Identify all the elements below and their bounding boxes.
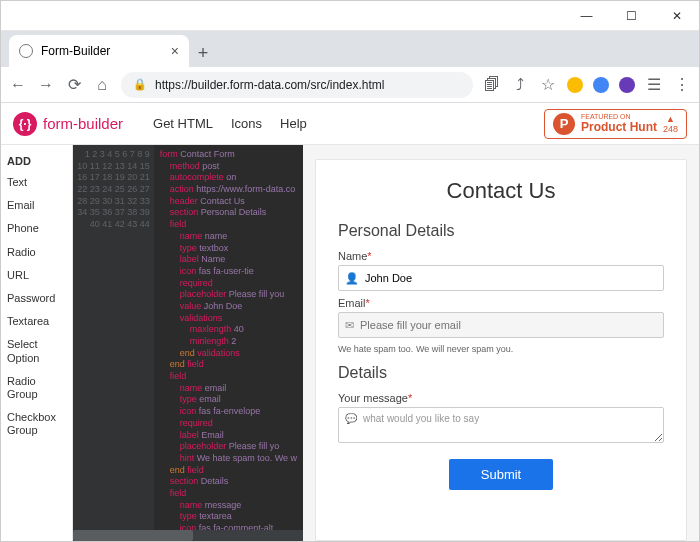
email-label: Email: [338, 297, 366, 309]
browser-tabstrip: Form-Builder × +: [1, 31, 699, 67]
sidebar-item-checkboxgroup[interactable]: Checkbox Group: [5, 406, 68, 442]
app-topbar: {·} form-builder Get HTML Icons Help P F…: [1, 103, 699, 145]
window-maximize[interactable]: ☐: [609, 1, 654, 31]
required-marker: *: [367, 250, 371, 262]
sidebar-item-textarea[interactable]: Textarea: [5, 310, 68, 333]
browser-toolbar: ← → ⟳ ⌂ 🔒 https://builder.form-data.com/…: [1, 67, 699, 103]
address-bar[interactable]: 🔒 https://builder.form-data.com/src/inde…: [121, 72, 473, 98]
window-minimize[interactable]: —: [564, 1, 609, 31]
name-label: Name: [338, 250, 367, 262]
product-hunt-icon: P: [553, 113, 575, 135]
app-logo[interactable]: {·} form-builder: [13, 112, 123, 136]
message-label: Your message: [338, 392, 408, 404]
new-tab-button[interactable]: +: [189, 39, 217, 67]
add-sidebar: ADD Text Email Phone Radio URL Password …: [1, 145, 73, 541]
sidebar-item-select[interactable]: Select Option: [5, 333, 68, 369]
browser-tab[interactable]: Form-Builder ×: [9, 35, 189, 67]
window-titlebar: — ☐ ✕: [1, 1, 699, 31]
required-marker: *: [408, 392, 412, 404]
section-details: Details: [338, 364, 664, 382]
user-icon: 👤: [345, 272, 359, 285]
star-icon[interactable]: ☆: [539, 76, 557, 94]
name-input[interactable]: [365, 272, 657, 284]
forward-icon[interactable]: →: [37, 76, 55, 94]
code-content[interactable]: form Contact Form method post autocomple…: [154, 145, 303, 541]
message-textarea[interactable]: 💬 what would you like to say: [338, 407, 664, 443]
email-input-row[interactable]: ✉: [338, 312, 664, 338]
sidebar-item-url[interactable]: URL: [5, 264, 68, 287]
form-header: Contact Us: [338, 178, 664, 204]
sidebar-item-radiogroup[interactable]: Radio Group: [5, 370, 68, 406]
product-hunt-badge[interactable]: P FEATURED ON Product Hunt ▲248: [544, 109, 687, 139]
extension-icon[interactable]: ☰: [645, 76, 663, 94]
message-placeholder: what would you like to say: [363, 413, 479, 437]
reload-icon[interactable]: ⟳: [65, 76, 83, 94]
translate-icon[interactable]: 🗐: [483, 76, 501, 94]
lock-icon: 🔒: [133, 78, 147, 91]
email-hint: We hate spam too. We will never spam you…: [338, 344, 664, 354]
sidebar-item-text[interactable]: Text: [5, 171, 68, 194]
share-icon[interactable]: ⤴: [511, 76, 529, 94]
extension-icons: 🗐 ⤴ ☆ ☰ ⋮: [483, 76, 691, 94]
logo-badge-icon: {·}: [13, 112, 37, 136]
comment-icon: 💬: [345, 413, 357, 437]
envelope-icon: ✉: [345, 319, 354, 332]
section-personal-details: Personal Details: [338, 222, 664, 240]
globe-icon: [19, 44, 33, 58]
extension-icon[interactable]: [593, 77, 609, 93]
tab-title: Form-Builder: [41, 44, 110, 58]
url-text: https://builder.form-data.com/src/index.…: [155, 78, 384, 92]
email-input[interactable]: [360, 319, 657, 331]
sidebar-item-radio[interactable]: Radio: [5, 241, 68, 264]
menu-icon[interactable]: ⋮: [673, 76, 691, 94]
sidebar-item-phone[interactable]: Phone: [5, 217, 68, 240]
sidebar-item-password[interactable]: Password: [5, 287, 68, 310]
line-gutter: 1 2 3 4 5 6 7 8 9 10 11 12 13 14 15 16 1…: [73, 145, 154, 541]
name-input-row[interactable]: 👤: [338, 265, 664, 291]
window-close[interactable]: ✕: [654, 1, 699, 31]
form-preview: Contact Us Personal Details Name* 👤 Emai…: [303, 145, 699, 541]
menu-help[interactable]: Help: [280, 116, 307, 131]
back-icon[interactable]: ←: [9, 76, 27, 94]
code-editor[interactable]: 1 2 3 4 5 6 7 8 9 10 11 12 13 14 15 16 1…: [73, 145, 303, 541]
menu-get-html[interactable]: Get HTML: [153, 116, 213, 131]
sidebar-header: ADD: [5, 151, 68, 171]
required-marker: *: [366, 297, 370, 309]
tab-close-icon[interactable]: ×: [171, 43, 179, 59]
upvote-icon: ▲: [666, 114, 675, 124]
extension-icon[interactable]: [567, 77, 583, 93]
home-icon[interactable]: ⌂: [93, 76, 111, 94]
ph-count: 248: [663, 124, 678, 134]
app-brand: form-builder: [43, 115, 123, 132]
ph-name-label: Product Hunt: [581, 121, 657, 134]
menu-icons[interactable]: Icons: [231, 116, 262, 131]
extension-icon[interactable]: [619, 77, 635, 93]
scrollbar-thumb[interactable]: [73, 530, 193, 541]
editor-horizontal-scrollbar[interactable]: [73, 530, 303, 541]
sidebar-item-email[interactable]: Email: [5, 194, 68, 217]
submit-button[interactable]: Submit: [449, 459, 553, 490]
